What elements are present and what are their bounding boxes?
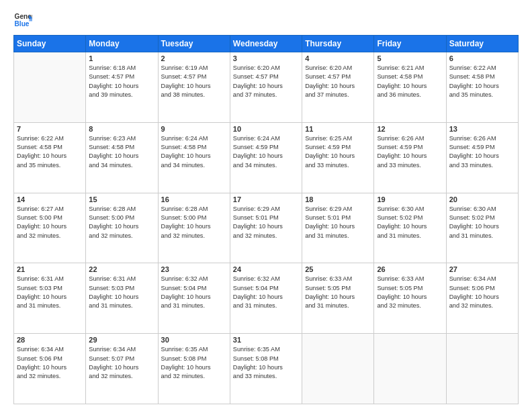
calendar-cell: 18Sunrise: 6:29 AM Sunset: 5:01 PM Dayli… — [302, 193, 374, 263]
calendar-cell: 5Sunrise: 6:21 AM Sunset: 4:58 PM Daylig… — [374, 52, 446, 123]
day-info: Sunrise: 6:34 AM Sunset: 5:07 PM Dayligh… — [89, 345, 154, 381]
calendar-dow-monday: Monday — [86, 36, 158, 52]
day-number: 27 — [449, 265, 515, 273]
day-info: Sunrise: 6:29 AM Sunset: 5:01 PM Dayligh… — [233, 205, 299, 240]
calendar-cell: 17Sunrise: 6:29 AM Sunset: 5:01 PM Dayli… — [230, 193, 302, 263]
calendar-cell — [374, 334, 446, 404]
calendar-cell: 16Sunrise: 6:28 AM Sunset: 5:00 PM Dayli… — [158, 193, 230, 263]
day-info: Sunrise: 6:19 AM Sunset: 4:57 PM Dayligh… — [161, 64, 227, 99]
day-number: 23 — [161, 265, 227, 273]
day-info: Sunrise: 6:22 AM Sunset: 4:58 PM Dayligh… — [449, 64, 515, 99]
day-number: 8 — [89, 125, 154, 133]
svg-marker-3 — [29, 18, 32, 21]
calendar-week-row: 14Sunrise: 6:27 AM Sunset: 5:00 PM Dayli… — [14, 193, 519, 263]
calendar-cell: 26Sunrise: 6:33 AM Sunset: 5:05 PM Dayli… — [374, 263, 446, 334]
calendar-cell: 7Sunrise: 6:22 AM Sunset: 4:58 PM Daylig… — [14, 122, 86, 193]
day-info: Sunrise: 6:35 AM Sunset: 5:08 PM Dayligh… — [161, 345, 227, 381]
calendar-cell: 27Sunrise: 6:34 AM Sunset: 5:06 PM Dayli… — [446, 263, 518, 334]
day-info: Sunrise: 6:23 AM Sunset: 4:58 PM Dayligh… — [89, 134, 154, 170]
day-info: Sunrise: 6:31 AM Sunset: 5:03 PM Dayligh… — [89, 275, 154, 310]
day-info: Sunrise: 6:33 AM Sunset: 5:05 PM Dayligh… — [377, 275, 443, 310]
calendar-cell: 3Sunrise: 6:20 AM Sunset: 4:57 PM Daylig… — [230, 52, 302, 123]
day-info: Sunrise: 6:31 AM Sunset: 5:03 PM Dayligh… — [17, 275, 83, 310]
calendar-cell — [446, 334, 518, 404]
day-info: Sunrise: 6:32 AM Sunset: 5:04 PM Dayligh… — [161, 275, 227, 310]
day-number: 7 — [17, 125, 83, 133]
day-info: Sunrise: 6:20 AM Sunset: 4:57 PM Dayligh… — [233, 64, 299, 99]
day-info: Sunrise: 6:27 AM Sunset: 5:00 PM Dayligh… — [17, 205, 83, 240]
day-number: 28 — [17, 336, 83, 344]
calendar-cell: 24Sunrise: 6:32 AM Sunset: 5:04 PM Dayli… — [230, 263, 302, 334]
day-number: 6 — [449, 54, 515, 62]
calendar-cell: 22Sunrise: 6:31 AM Sunset: 5:03 PM Dayli… — [86, 263, 158, 334]
calendar-dow-friday: Friday — [374, 36, 446, 52]
calendar-cell: 11Sunrise: 6:25 AM Sunset: 4:59 PM Dayli… — [302, 122, 374, 193]
calendar-cell: 12Sunrise: 6:26 AM Sunset: 4:59 PM Dayli… — [374, 122, 446, 193]
calendar-week-row: 7Sunrise: 6:22 AM Sunset: 4:58 PM Daylig… — [14, 122, 519, 193]
day-number: 3 — [233, 54, 299, 62]
calendar-cell — [14, 52, 86, 123]
day-number: 18 — [305, 195, 371, 203]
day-info: Sunrise: 6:21 AM Sunset: 4:58 PM Dayligh… — [377, 64, 443, 99]
svg-text:Blue: Blue — [15, 20, 30, 28]
calendar-cell: 8Sunrise: 6:23 AM Sunset: 4:58 PM Daylig… — [86, 122, 158, 193]
calendar-cell: 6Sunrise: 6:22 AM Sunset: 4:58 PM Daylig… — [446, 52, 518, 123]
calendar-cell: 15Sunrise: 6:28 AM Sunset: 5:00 PM Dayli… — [86, 193, 158, 263]
calendar-cell: 14Sunrise: 6:27 AM Sunset: 5:00 PM Dayli… — [14, 193, 86, 263]
calendar-cell: 19Sunrise: 6:30 AM Sunset: 5:02 PM Dayli… — [374, 193, 446, 263]
day-number: 16 — [161, 195, 227, 203]
day-number: 20 — [449, 195, 515, 203]
calendar-dow-saturday: Saturday — [446, 36, 518, 52]
calendar-cell: 1Sunrise: 6:18 AM Sunset: 4:57 PM Daylig… — [86, 52, 158, 123]
calendar-dow-tuesday: Tuesday — [158, 36, 230, 52]
day-info: Sunrise: 6:28 AM Sunset: 5:00 PM Dayligh… — [89, 205, 154, 240]
calendar-cell: 13Sunrise: 6:26 AM Sunset: 4:59 PM Dayli… — [446, 122, 518, 193]
day-info: Sunrise: 6:30 AM Sunset: 5:02 PM Dayligh… — [449, 205, 515, 240]
calendar-cell: 21Sunrise: 6:31 AM Sunset: 5:03 PM Dayli… — [14, 263, 86, 334]
day-number: 12 — [377, 125, 443, 133]
day-number: 24 — [233, 265, 299, 273]
logo: General Blue — [13, 11, 32, 30]
calendar-cell: 4Sunrise: 6:20 AM Sunset: 4:57 PM Daylig… — [302, 52, 374, 123]
calendar-cell: 30Sunrise: 6:35 AM Sunset: 5:08 PM Dayli… — [158, 334, 230, 404]
day-info: Sunrise: 6:24 AM Sunset: 4:59 PM Dayligh… — [233, 134, 299, 170]
logo-icon: General Blue — [13, 11, 32, 30]
calendar-dow-sunday: Sunday — [14, 36, 86, 52]
page: General Blue SundayMondayTuesdayWednesda… — [0, 0, 532, 411]
day-number: 10 — [233, 125, 299, 133]
day-info: Sunrise: 6:22 AM Sunset: 4:58 PM Dayligh… — [17, 134, 83, 170]
day-number: 31 — [233, 336, 299, 344]
calendar-week-row: 1Sunrise: 6:18 AM Sunset: 4:57 PM Daylig… — [14, 52, 519, 123]
day-info: Sunrise: 6:20 AM Sunset: 4:57 PM Dayligh… — [305, 64, 371, 99]
day-info: Sunrise: 6:34 AM Sunset: 5:06 PM Dayligh… — [449, 275, 515, 310]
calendar-cell: 28Sunrise: 6:34 AM Sunset: 5:06 PM Dayli… — [14, 334, 86, 404]
calendar-dow-wednesday: Wednesday — [230, 36, 302, 52]
calendar-dow-thursday: Thursday — [302, 36, 374, 52]
calendar-cell: 2Sunrise: 6:19 AM Sunset: 4:57 PM Daylig… — [158, 52, 230, 123]
day-info: Sunrise: 6:18 AM Sunset: 4:57 PM Dayligh… — [89, 64, 154, 99]
day-number: 30 — [161, 336, 227, 344]
day-info: Sunrise: 6:26 AM Sunset: 4:59 PM Dayligh… — [377, 134, 443, 170]
day-number: 11 — [305, 125, 371, 133]
day-number: 1 — [89, 54, 154, 62]
calendar: SundayMondayTuesdayWednesdayThursdayFrid… — [13, 35, 519, 404]
calendar-cell: 9Sunrise: 6:24 AM Sunset: 4:58 PM Daylig… — [158, 122, 230, 193]
day-info: Sunrise: 6:35 AM Sunset: 5:08 PM Dayligh… — [233, 345, 299, 381]
day-info: Sunrise: 6:29 AM Sunset: 5:01 PM Dayligh… — [305, 205, 371, 240]
day-number: 4 — [305, 54, 371, 62]
calendar-cell — [302, 334, 374, 404]
day-info: Sunrise: 6:34 AM Sunset: 5:06 PM Dayligh… — [17, 345, 83, 381]
calendar-cell: 31Sunrise: 6:35 AM Sunset: 5:08 PM Dayli… — [230, 334, 302, 404]
calendar-cell: 10Sunrise: 6:24 AM Sunset: 4:59 PM Dayli… — [230, 122, 302, 193]
day-number: 25 — [305, 265, 371, 273]
day-number: 17 — [233, 195, 299, 203]
day-info: Sunrise: 6:24 AM Sunset: 4:58 PM Dayligh… — [161, 134, 227, 170]
calendar-cell: 23Sunrise: 6:32 AM Sunset: 5:04 PM Dayli… — [158, 263, 230, 334]
calendar-cell: 25Sunrise: 6:33 AM Sunset: 5:05 PM Dayli… — [302, 263, 374, 334]
calendar-header-row: SundayMondayTuesdayWednesdayThursdayFrid… — [14, 36, 519, 52]
day-info: Sunrise: 6:28 AM Sunset: 5:00 PM Dayligh… — [161, 205, 227, 240]
calendar-cell: 20Sunrise: 6:30 AM Sunset: 5:02 PM Dayli… — [446, 193, 518, 263]
day-number: 21 — [17, 265, 83, 273]
day-number: 5 — [377, 54, 443, 62]
day-number: 15 — [89, 195, 154, 203]
